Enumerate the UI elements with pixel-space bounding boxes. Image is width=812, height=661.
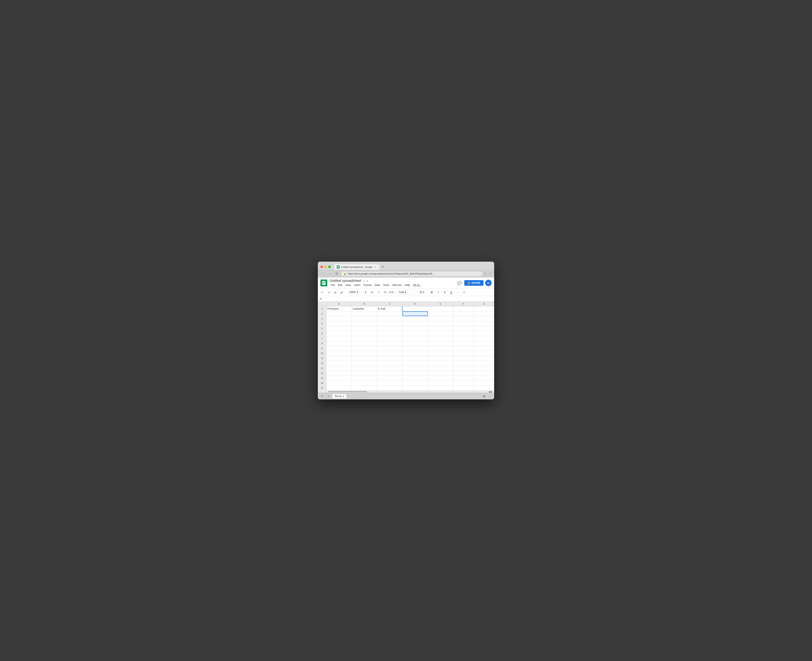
- italic-button[interactable]: I: [435, 289, 441, 295]
- font-color-button[interactable]: A: [448, 289, 454, 295]
- menu-insert[interactable]: Insert: [353, 283, 362, 287]
- col-header-f[interactable]: F: [453, 302, 474, 306]
- menu-addons[interactable]: Add-ons: [391, 283, 403, 287]
- menu-format[interactable]: Format: [362, 283, 373, 287]
- decimal-more-button[interactable]: .00: [382, 289, 388, 295]
- cell-a2[interactable]: [326, 311, 352, 316]
- cell-c1[interactable]: E-mail: [377, 307, 403, 311]
- sheet-tab-1[interactable]: Sheet1 ▾: [333, 394, 346, 398]
- strikethrough-button[interactable]: S: [442, 289, 447, 295]
- col-header-d[interactable]: D: [403, 302, 428, 306]
- col-header-c[interactable]: C: [377, 302, 403, 306]
- font-size-control[interactable]: 10 ▾: [418, 290, 426, 294]
- collapse-sheet-button[interactable]: ‹: [488, 394, 492, 399]
- row-num-4: 4: [318, 321, 326, 326]
- col-header-a[interactable]: A: [326, 302, 352, 306]
- table-row: 6: [318, 331, 494, 336]
- sheet-list-button[interactable]: ≡: [326, 394, 331, 399]
- scroll-left-icon[interactable]: ◀: [489, 391, 490, 393]
- sheets-logo: [320, 279, 327, 286]
- horizontal-scrollbar[interactable]: [328, 391, 367, 392]
- undo-button[interactable]: ↩: [320, 289, 325, 295]
- cell-b1[interactable]: Lastname: [352, 307, 377, 311]
- doc-title[interactable]: Untitled spreadsheet: [330, 279, 361, 283]
- scroll-arrows: ◀ ▶: [489, 391, 492, 393]
- row-num-3: 3: [318, 316, 326, 321]
- col-header-g[interactable]: G: [474, 302, 494, 306]
- print-button[interactable]: 🖨: [333, 289, 338, 295]
- table-row: 10: [318, 351, 494, 356]
- cell-d3[interactable]: [403, 316, 428, 321]
- tab-close-button[interactable]: ×: [374, 265, 377, 268]
- scroll-right-icon[interactable]: ▶: [491, 391, 492, 393]
- table-row: 9: [318, 346, 494, 351]
- comment-button[interactable]: 💬: [457, 280, 463, 286]
- cell-a3[interactable]: [326, 316, 352, 321]
- cell-g1[interactable]: [474, 307, 494, 311]
- browser-menu-icon[interactable]: ⋮: [489, 272, 492, 275]
- cell-g2[interactable]: [474, 311, 494, 316]
- menu-file[interactable]: File: [330, 283, 336, 287]
- formula-input[interactable]: [325, 297, 358, 300]
- row-num-5: 5: [318, 326, 326, 331]
- forward-button[interactable]: →: [327, 271, 333, 276]
- new-tab-button[interactable]: +: [380, 264, 386, 270]
- share-button[interactable]: 🔒 SHARE: [464, 280, 483, 286]
- cell-f1[interactable]: [453, 307, 473, 311]
- maximize-button[interactable]: [328, 265, 331, 268]
- reload-button[interactable]: ↺: [334, 271, 339, 276]
- cell-f3[interactable]: [453, 316, 473, 321]
- add-sheet-button[interactable]: +: [320, 394, 324, 399]
- cell-f2[interactable]: [453, 311, 473, 316]
- cell-d1[interactable]: [403, 307, 428, 311]
- paint-format-button[interactable]: 🖌: [339, 289, 344, 295]
- cell-g3[interactable]: [474, 316, 494, 321]
- bookmark-icon[interactable]: ☆: [484, 272, 487, 275]
- font-selector[interactable]: Arial ▾: [397, 290, 415, 294]
- cell-c2[interactable]: [377, 311, 403, 316]
- back-button[interactable]: ←: [320, 271, 326, 276]
- menu-help[interactable]: Help: [403, 283, 411, 287]
- menu-tools[interactable]: Tools: [382, 283, 390, 287]
- avatar[interactable]: K: [485, 280, 492, 286]
- cell-b3[interactable]: [352, 316, 377, 321]
- zoom-control[interactable]: 100% ▾: [348, 290, 360, 294]
- row-num-9: 9: [318, 346, 326, 351]
- menu-allch[interactable]: All ch...: [412, 283, 423, 287]
- cell-e2[interactable]: [428, 311, 453, 316]
- address-bar: ← → ↺ 🔒 https://docs.google.com/spreadsh…: [318, 270, 494, 278]
- folder-icon[interactable]: ▪: [367, 279, 368, 283]
- cell-b2[interactable]: [352, 311, 377, 316]
- close-button[interactable]: [320, 265, 323, 268]
- menu-data[interactable]: Data: [373, 283, 381, 287]
- decimal-less-button[interactable]: .0: [376, 289, 381, 295]
- cell-e1[interactable]: [428, 307, 453, 311]
- minimize-button[interactable]: [324, 265, 327, 268]
- cell-d2[interactable]: [403, 311, 428, 316]
- redo-button[interactable]: ↪: [326, 289, 331, 295]
- menu-view[interactable]: View: [344, 283, 352, 287]
- sheet-tab-name: Sheet1: [334, 395, 342, 398]
- cell-e3[interactable]: [428, 316, 453, 321]
- number-format-button[interactable]: 123▾: [388, 289, 394, 295]
- percent-button[interactable]: %: [369, 289, 375, 295]
- col-header-b[interactable]: B: [352, 302, 377, 306]
- currency-button[interactable]: $: [363, 289, 368, 295]
- cell-c3[interactable]: [377, 316, 403, 321]
- lock-share-icon: 🔒: [467, 281, 471, 284]
- svg-rect-9: [324, 281, 326, 282]
- more-options-button[interactable]: ···: [455, 289, 460, 295]
- collapse-toolbar-button[interactable]: ∧: [461, 289, 467, 295]
- table-row: 5: [318, 326, 494, 331]
- active-tab[interactable]: Untitled spreadsheet - Google ×: [334, 264, 379, 270]
- sheet-tab-dropdown-icon: ▾: [343, 395, 344, 398]
- bold-button[interactable]: B: [429, 289, 435, 295]
- menu-edit[interactable]: Edit: [336, 283, 344, 287]
- star-doc-icon[interactable]: ☆: [363, 279, 366, 283]
- col-header-e[interactable]: E: [428, 302, 453, 306]
- cell-a1[interactable]: Firstname: [326, 307, 352, 311]
- doc-title-area: Untitled spreadsheet ☆ ▪ File Edit View …: [330, 279, 454, 287]
- url-bar[interactable]: 🔒 https://docs.google.com/spreadsheets/d…: [341, 271, 482, 276]
- font-dropdown-icon: ▾: [405, 291, 406, 294]
- explore-button[interactable]: ⊞: [482, 394, 486, 399]
